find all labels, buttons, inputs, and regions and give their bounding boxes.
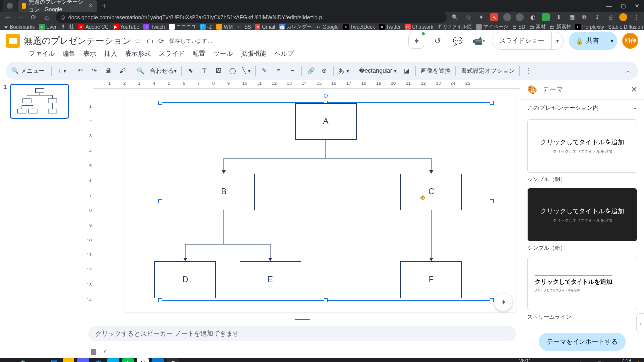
line-icon[interactable]: L	[122, 358, 134, 362]
share-dropdown[interactable]: ▾	[606, 32, 617, 50]
menu-insert[interactable]: 挿入	[101, 48, 120, 59]
redo-icon[interactable]: ↷	[88, 65, 100, 77]
diagram-node-f[interactable]: F	[400, 261, 462, 298]
bookmark-item[interactable]: ニニコニコ	[169, 23, 196, 30]
resize-handle[interactable]	[158, 298, 162, 302]
discord-icon[interactable]: ◉	[77, 358, 89, 362]
bookmark-item[interactable]: 日は	[200, 23, 212, 30]
ext-icon[interactable]	[542, 13, 550, 21]
ext-icon[interactable]: ⎘	[606, 13, 614, 21]
theme-option-simple-light[interactable]: クリックしてタイトルを追加 クリックしてサブタイトルを追加	[527, 119, 637, 173]
search-menu-button[interactable]: 🔍 メニュー	[10, 65, 48, 77]
bookmark-item[interactable]: ママイページ	[476, 23, 508, 30]
resize-handle[interactable]	[158, 199, 162, 203]
slideshow-dropdown[interactable]: ▾	[552, 32, 564, 50]
minimize-icon[interactable]: —	[606, 3, 612, 9]
side-panel-expand[interactable]: ‹	[636, 313, 644, 333]
resize-handle[interactable]	[158, 101, 162, 105]
menu-tools[interactable]: ツール	[210, 48, 236, 59]
menu-format[interactable]: 表示形式	[122, 48, 154, 59]
bookmark-item[interactable]: WWM	[216, 24, 233, 30]
profile-icon[interactable]	[619, 13, 627, 21]
link-icon[interactable]: 🔗	[305, 65, 317, 77]
menu-extensions[interactable]: 拡張機能	[238, 48, 269, 59]
zoom-icon[interactable]: 🔍	[451, 14, 459, 21]
slide-thumbnail[interactable]	[10, 84, 69, 119]
diagram-node-e[interactable]: E	[240, 261, 301, 298]
account-avatar[interactable]: 和伸	[622, 33, 638, 49]
share-button[interactable]: 🔒共有	[569, 32, 606, 50]
comments-icon[interactable]: 💬	[450, 33, 466, 49]
input-tools-icon[interactable]: あ ▾	[337, 65, 350, 77]
reload-icon[interactable]: ⟳	[30, 13, 38, 21]
ime-indicator[interactable]: あ	[579, 360, 584, 362]
new-slide-button[interactable]: ＋ ▾	[55, 65, 68, 77]
collapse-toolbar-icon[interactable]: ︿	[622, 65, 634, 77]
rotate-handle[interactable]	[324, 94, 328, 98]
slide[interactable]: A B C ✥ D E F	[124, 91, 516, 312]
close-tab-icon[interactable]: ✕	[88, 2, 93, 9]
history-icon[interactable]: ↺	[429, 33, 445, 49]
ext-icon[interactable]: ⧉	[580, 13, 588, 21]
maximize-icon[interactable]: ▢	[621, 3, 626, 9]
bookmark-item[interactable]: CChatwork	[405, 24, 433, 30]
shape-icon[interactable]: ◯	[226, 65, 238, 77]
app-icon[interactable]: ▬	[152, 358, 164, 362]
bookmark-item[interactable]: MGmail	[255, 24, 275, 30]
search-task-icon[interactable]: 🔍	[18, 358, 30, 362]
print-icon[interactable]: 🖶	[102, 65, 114, 77]
diagram-node-d[interactable]: D	[154, 261, 216, 298]
resize-handle[interactable]	[490, 199, 494, 203]
bookmark-folder[interactable]: 🗀 SD	[512, 24, 525, 30]
bookmark-item[interactable]: Stable Diffusion	[608, 24, 643, 30]
star-icon[interactable]: ☆	[464, 13, 472, 21]
new-tab-button[interactable]: ＋	[98, 1, 110, 11]
close-window-icon[interactable]: ✕	[635, 3, 639, 9]
menu-view[interactable]: 表示	[80, 48, 99, 59]
task-view-icon[interactable]: ▭	[33, 358, 45, 362]
chrome-icon[interactable]: 🌐	[92, 358, 104, 362]
bookmark-item[interactable]: GGoogle	[316, 24, 339, 30]
import-theme-button[interactable]: テーマをインポートする	[539, 333, 626, 351]
ext-icon[interactable]: ⬇	[555, 13, 563, 21]
select-tool-icon[interactable]: ⬉	[185, 65, 196, 77]
cloud-status-icon[interactable]: ⟳	[158, 37, 164, 45]
bookmark-folder[interactable]: 🗀 新素材	[550, 23, 571, 30]
selection-box[interactable]: A B C ✥ D E F	[160, 102, 492, 301]
home-icon[interactable]: ⌂	[43, 13, 51, 21]
line-icon[interactable]: ╲ ▾	[240, 65, 252, 77]
slides-logo-icon[interactable]	[6, 34, 20, 48]
border-color-icon[interactable]: ✎	[258, 65, 270, 77]
app-icon[interactable]: ◐	[107, 358, 119, 362]
bookmark-item[interactable]: XTweetDeck	[343, 24, 375, 30]
browser-tab-other[interactable]	[3, 0, 17, 12]
bookmark-item[interactable]: GSS	[237, 24, 251, 30]
notion-icon[interactable]: N	[137, 358, 149, 362]
menu-arrange[interactable]: 配置	[190, 48, 208, 59]
resize-handle[interactable]	[490, 101, 494, 105]
move-icon[interactable]: 🗀	[146, 37, 153, 45]
volume-icon[interactable]: 🔊	[595, 361, 602, 362]
more-icon[interactable]: ⋮	[523, 65, 535, 77]
speaker-notes-input[interactable]: クリックするとスピーカー ノートを追加できます	[88, 326, 516, 341]
present-meet-icon[interactable]: 📹 ▾	[471, 33, 487, 49]
bookmark-folder[interactable]: 🗀 素材	[529, 23, 546, 30]
bookmark-item[interactable]: ま	[61, 23, 65, 30]
menu-file[interactable]: ファイル	[26, 48, 58, 59]
bookmark-item[interactable]: ★ Bookmarks	[4, 24, 35, 30]
grid-view-icon[interactable]: ▦	[90, 347, 97, 355]
explorer-icon[interactable]: 📁	[63, 358, 74, 362]
replace-image-button[interactable]: 画像を置換	[419, 65, 452, 77]
image-icon[interactable]: 🖼	[212, 65, 224, 77]
copilot-icon[interactable]: 🟦	[48, 358, 60, 362]
bookmark-item[interactable]: AAdobe CC	[78, 24, 109, 30]
back-icon[interactable]: ←	[4, 13, 12, 21]
zoom-fit-dropdown[interactable]: 合わせる ▾	[148, 65, 178, 77]
paint-format-icon[interactable]: 🖌	[116, 65, 128, 77]
ext-icon[interactable]: ◐	[529, 13, 537, 21]
notes-resize-handle[interactable]	[295, 319, 310, 320]
obs-icon[interactable]: ◯	[167, 358, 179, 362]
ext-icon[interactable]: ↧	[593, 13, 601, 21]
ext-icon[interactable]: ✦	[477, 13, 485, 21]
resize-handle[interactable]	[324, 298, 328, 302]
